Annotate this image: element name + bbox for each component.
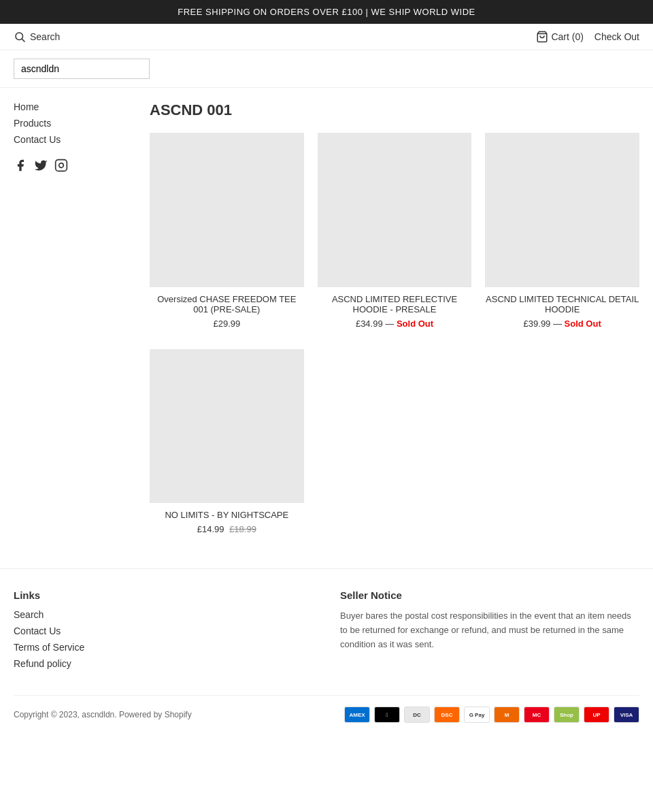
sidebar-link-home[interactable]: Home — [14, 101, 39, 112]
facebook-icon[interactable] — [14, 159, 27, 176]
cart-link[interactable]: Cart (0) — [536, 31, 583, 43]
checkout-link[interactable]: Check Out — [595, 31, 639, 42]
product-price-0: £29.99 — [150, 319, 304, 329]
svg-point-0 — [16, 33, 23, 40]
sold-out-badge-1: Sold Out — [397, 319, 433, 329]
footer-bottom: Copyright © 2023, ascndldn. Powered by S… — [14, 695, 639, 723]
payment-union: UP — [584, 707, 609, 723]
sidebar-item-products[interactable]: Products — [14, 118, 129, 129]
footer-seller-heading: Seller Notice — [340, 589, 639, 601]
product-name-3: NO LIMITS - BY NIGHTSCAPE — [150, 510, 304, 520]
product-name-0: Oversized CHASE FREEDOM TEE 001 (PRE-SAL… — [150, 294, 304, 314]
twitter-icon[interactable] — [34, 159, 48, 176]
header-right: Cart (0) Check Out — [536, 31, 639, 43]
sidebar-link-contact[interactable]: Contact Us — [14, 134, 61, 145]
footer-link-search[interactable]: Search — [14, 609, 313, 620]
content: ASCND 001 Oversized CHASE FREEDOM TEE 00… — [150, 101, 639, 555]
payment-icons: AMEX  DC DSC G Pay M MC Shop UP VISA — [344, 707, 639, 723]
original-price-3: £18.99 — [229, 524, 256, 534]
payment-apple:  — [374, 707, 400, 723]
payment-discover: DSC — [434, 707, 460, 723]
product-price-1: £34.99 — Sold Out — [318, 319, 472, 329]
sold-out-badge-2: Sold Out — [565, 319, 601, 329]
sidebar-link-products[interactable]: Products — [14, 118, 51, 129]
product-card-0[interactable]: Oversized CHASE FREEDOM TEE 001 (PRE-SAL… — [150, 133, 304, 329]
svg-rect-3 — [56, 160, 67, 172]
top-banner: FREE SHIPPING ON ORDERS OVER £100 | WE S… — [0, 0, 653, 24]
payment-google: G Pay — [464, 707, 490, 723]
sidebar-social — [14, 159, 129, 176]
product-image-2 — [485, 133, 639, 287]
footer-link-terms[interactable]: Terms of Service — [14, 642, 313, 653]
footer-link-search-anchor[interactable]: Search — [14, 609, 44, 620]
footer-copyright: Copyright © 2023, ascndldn. Powered by S… — [14, 710, 192, 719]
product-price-2: £39.99 — Sold Out — [485, 319, 639, 329]
payment-shopify: Shop — [554, 707, 580, 723]
svg-line-1 — [22, 39, 24, 42]
search-trigger[interactable]: Search — [14, 31, 60, 43]
payment-visa: VISA — [614, 707, 639, 723]
product-name-1: ASCND LIMITED REFLECTIVE HOODIE - PRESAL… — [318, 294, 472, 314]
product-card-1[interactable]: ASCND LIMITED REFLECTIVE HOODIE - PRESAL… — [318, 133, 472, 329]
footer-links-heading: Links — [14, 589, 313, 601]
product-name-2: ASCND LIMITED TECHNICAL DETAIL HOODIE — [485, 294, 639, 314]
footer-seller-text: Buyer bares the postal cost responsibili… — [340, 609, 639, 651]
product-image-1 — [318, 133, 472, 287]
instagram-icon[interactable] — [54, 159, 68, 176]
payment-maestro: M — [494, 707, 520, 723]
payment-mastercard: MC — [524, 707, 550, 723]
footer-link-refund[interactable]: Refund policy — [14, 658, 313, 669]
header: Search Cart (0) Check Out — [0, 24, 653, 50]
footer-links-list: Search Contact Us Terms of Service Refun… — [14, 609, 313, 669]
cart-label: Cart (0) — [551, 31, 583, 42]
search-bar-area — [0, 50, 653, 88]
banner-text: FREE SHIPPING ON ORDERS OVER £100 | WE S… — [178, 7, 475, 17]
product-card-3[interactable]: NO LIMITS - BY NIGHTSCAPE £14.99 £18.99 — [150, 349, 304, 535]
footer-link-contact[interactable]: Contact Us — [14, 626, 313, 636]
footer-link-terms-anchor[interactable]: Terms of Service — [14, 642, 84, 653]
footer-top: Links Search Contact Us Terms of Service… — [14, 589, 639, 675]
cart-icon — [536, 31, 548, 43]
product-card-2[interactable]: ASCND LIMITED TECHNICAL DETAIL HOODIE £3… — [485, 133, 639, 329]
main-layout: Home Products Contact Us ASCND 001 — [0, 88, 653, 568]
footer-link-refund-anchor[interactable]: Refund policy — [14, 658, 71, 669]
sidebar-item-contact[interactable]: Contact Us — [14, 134, 129, 145]
footer-link-contact-anchor[interactable]: Contact Us — [14, 626, 61, 636]
product-image-0 — [150, 133, 304, 287]
footer-links-col: Links Search Contact Us Terms of Service… — [14, 589, 313, 675]
sidebar-nav: Home Products Contact Us — [14, 101, 129, 145]
search-label: Search — [30, 31, 60, 42]
search-icon — [14, 31, 26, 43]
footer: Links Search Contact Us Terms of Service… — [0, 568, 653, 736]
payment-amex: AMEX — [344, 707, 370, 723]
product-grid: Oversized CHASE FREEDOM TEE 001 (PRE-SAL… — [150, 133, 639, 329]
product-price-3: £14.99 £18.99 — [150, 524, 304, 534]
search-input[interactable] — [14, 59, 150, 79]
payment-diners: DC — [404, 707, 430, 723]
footer-seller-col: Seller Notice Buyer bares the postal cos… — [340, 589, 639, 675]
product-grid-single: NO LIMITS - BY NIGHTSCAPE £14.99 £18.99 — [150, 349, 639, 535]
sidebar-item-home[interactable]: Home — [14, 101, 129, 112]
sidebar: Home Products Contact Us — [14, 101, 129, 176]
product-image-3 — [150, 349, 304, 504]
collection-title: ASCND 001 — [150, 101, 639, 119]
